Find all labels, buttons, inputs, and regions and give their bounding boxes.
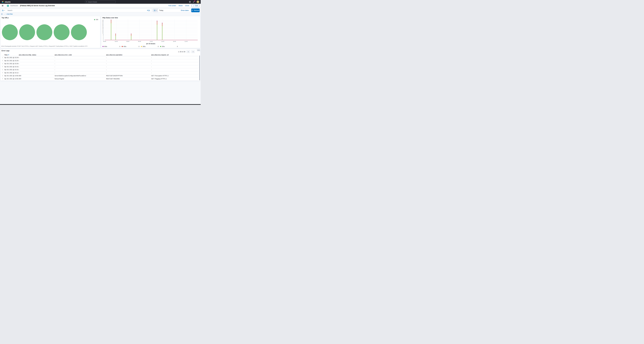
legend-dot (122, 46, 123, 47)
breadcrumb-dashboard-link[interactable]: Dashboard (10, 5, 18, 6)
y-tick-label: 20 (102, 25, 104, 26)
legend-item[interactable]: 200s0 (160, 46, 179, 47)
expand-row-button[interactable] (2, 66, 4, 67)
cell-operation: - (106, 72, 151, 73)
stacked-bar[interactable] (115, 19, 116, 40)
y-tick-label: 14 (102, 30, 104, 31)
chevron-right-icon (2, 72, 3, 73)
share-button[interactable]: Share (178, 5, 183, 6)
column-header-request-uri[interactable]: aws.s3access.request_uri (151, 54, 198, 56)
kql-search-input[interactable] (6, 9, 146, 11)
refresh-button[interactable]: Refresh (191, 8, 200, 12)
vertical-gridline (163, 19, 163, 40)
calendar-icon (154, 10, 156, 11)
column-header-time[interactable]: Time (4, 54, 19, 56)
y-tick-label: 26 (102, 21, 104, 22)
y-tick-label: 0 (103, 39, 104, 41)
expand-row-button[interactable] (2, 63, 4, 64)
cell-time: Apr 28, 2021 @ 15:20:40.975 (4, 60, 19, 61)
kibana-dashboard-app: elastic m D Dashboard / [Filebeat AWS] S… (0, 0, 201, 105)
show-dates-button[interactable]: Show dates (180, 9, 190, 11)
global-search-input[interactable] (88, 1, 115, 3)
date-picker-control: Today Show dates (153, 8, 190, 12)
pie-chart[interactable] (71, 24, 87, 40)
stacked-bar[interactable] (131, 19, 132, 40)
time-range-value[interactable]: Today (158, 9, 180, 11)
top-urls-panel: Top URLs 200 HEAD /howtoguide-tutorials … (0, 16, 100, 48)
stacked-bar[interactable] (157, 19, 158, 40)
cell-http-status: - (19, 60, 54, 61)
cell-time: Apr 28, 2021 @ 15:15:31.300 (4, 69, 19, 70)
date-quick-select-button[interactable] (153, 9, 158, 12)
user-avatar[interactable]: m (197, 1, 199, 3)
legend-value: 0 (138, 46, 141, 47)
x-tick-label: 00:00 (103, 41, 106, 42)
x-tick-label: 12:00 (150, 41, 153, 42)
edit-button-label: Edit (195, 5, 198, 6)
stacked-bar[interactable] (162, 19, 162, 40)
kql-language-button[interactable]: KQL (146, 9, 152, 11)
pie-chart[interactable] (36, 24, 52, 40)
error-logs-panel: Error Logs 1–26 of 26 Time aws.s3access.… (0, 49, 200, 81)
brand-name: elastic (5, 1, 11, 3)
bottom-window-edge (0, 104, 201, 105)
save-icon (2, 10, 4, 11)
cell-http-status: - (19, 72, 54, 73)
cell-error-code: - (54, 63, 106, 64)
menu-hamburger-icon[interactable] (1, 4, 4, 7)
add-filter-button[interactable]: + Add filter (6, 13, 13, 15)
legend-item[interactable]: 400s0 (122, 46, 141, 47)
expand-row-button[interactable] (2, 60, 4, 61)
expand-row-button[interactable] (2, 78, 4, 79)
global-search-box[interactable] (85, 1, 116, 3)
y-tick-label: 8 (103, 34, 104, 35)
chevron-right-icon (2, 75, 3, 76)
bar-segment-200s (157, 24, 158, 40)
pie-chart[interactable] (2, 24, 18, 40)
dashboard-app-badge[interactable]: D (7, 5, 9, 7)
help-icon[interactable] (189, 1, 191, 3)
x-tick-label: 18:00 (173, 41, 176, 42)
table-row: Apr 28, 2021 @ 14:55:24.000403Authorizat… (2, 80, 198, 81)
clone-button[interactable]: Clone (185, 5, 189, 6)
stacked-bar[interactable] (111, 19, 112, 40)
cell-time: Apr 28, 2021 @ 15:15:31.300 (4, 66, 19, 67)
previous-page-button[interactable] (186, 50, 190, 53)
y-tick-label: 10 (102, 32, 104, 34)
cell-request-uri: - (151, 69, 198, 70)
http-x-axis: 00:0003:0006:0009:0012:0015:0018:0021:00 (104, 41, 198, 42)
elastic-logo[interactable]: elastic (2, 1, 11, 3)
expand-row-button[interactable] (2, 57, 4, 58)
pie-chart[interactable] (54, 24, 70, 40)
bar-segment-400s (131, 34, 132, 36)
pie-item (36, 24, 53, 40)
expand-row-button[interactable] (2, 69, 4, 70)
column-header-error-code[interactable]: aws.s3access.error_code (54, 54, 106, 56)
cell-error-code: - (54, 69, 106, 70)
edit-button[interactable]: Edit (192, 4, 200, 7)
pie-label: GET /?acl HTTP/1.1: Request Uri (18, 45, 36, 47)
next-page-button[interactable] (191, 50, 195, 53)
expand-row-button[interactable] (2, 72, 4, 73)
legend-value: 0 (120, 46, 122, 47)
table-scrollbar[interactable] (199, 55, 200, 80)
news-feed-icon[interactable] (193, 1, 195, 3)
top-urls-legend[interactable]: 200 (94, 19, 98, 20)
dashboard-actions: Full screen Share Clone Edit (168, 4, 201, 7)
column-header-http-status[interactable]: aws.s3access.http_status (19, 54, 54, 56)
full-screen-button[interactable]: Full screen (168, 5, 176, 6)
cell-http-status: - (19, 63, 54, 64)
bar-segment-200s (131, 36, 132, 40)
expand-row-button[interactable] (2, 75, 4, 76)
pie-chart[interactable] (19, 24, 35, 40)
panel-options-icon[interactable] (197, 49, 200, 51)
header-bar: elastic m (0, 0, 201, 4)
filter-icon[interactable] (1, 13, 3, 15)
table-row: Apr 28, 2021 @ 15:15:31.300---- (2, 65, 198, 68)
legend-item[interactable]: 300s0 (141, 46, 160, 47)
saved-query-menu-button[interactable] (1, 9, 6, 12)
column-header-operation[interactable]: aws.s3access.operation (106, 54, 151, 56)
y-tick-label: 16 (102, 28, 104, 29)
legend-item[interactable]: 500s0 (102, 46, 122, 47)
cell-operation: - (106, 60, 151, 61)
